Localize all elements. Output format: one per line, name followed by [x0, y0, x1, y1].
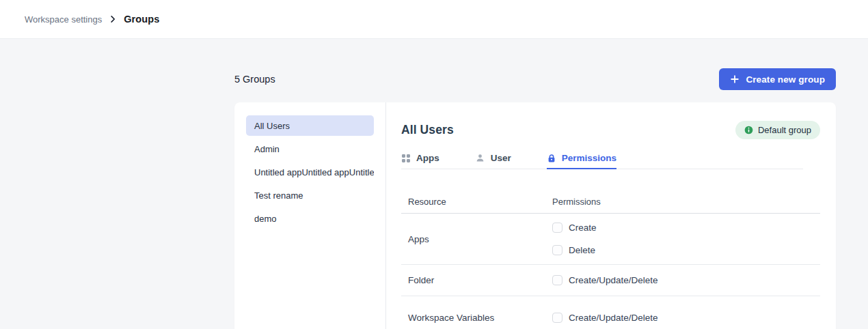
table-row-folder: Folder Create/Update/Delete	[401, 265, 820, 296]
group-list: All Users Admin Untitled appUntitled app…	[234, 102, 386, 329]
plus-icon	[730, 74, 740, 84]
group-item-all-users[interactable]: All Users	[246, 115, 374, 136]
user-icon	[475, 153, 485, 163]
tab-user-label: User	[491, 153, 511, 163]
group-item-untitled-app[interactable]: Untitled appUntitled appUntitle…	[246, 162, 374, 182]
groups-settings-screen: Workspace settings Groups 5 Groups Creat…	[0, 0, 868, 329]
create-new-group-label: Create new group	[746, 74, 825, 85]
create-new-group-button[interactable]: Create new group	[719, 68, 836, 90]
column-header-resource: Resource	[401, 197, 552, 207]
folder-cud-checkbox-label: Create/Update/Delete	[569, 275, 658, 285]
table-row-workspace-variables: Workspace Variables Create/Update/Delete	[401, 296, 820, 329]
default-group-badge: Default group	[735, 121, 820, 139]
breadcrumb: Workspace settings Groups	[25, 14, 159, 25]
tab-user[interactable]: User	[475, 153, 511, 169]
permission-option-create: Create	[552, 223, 597, 233]
create-checkbox[interactable]	[552, 223, 562, 233]
tab-permissions-label: Permissions	[562, 153, 616, 163]
group-item-demo[interactable]: demo	[246, 208, 374, 229]
permissions-table: Resource Permissions Apps Create Delete	[401, 169, 820, 329]
table-row-apps: Apps Create Delete	[401, 214, 820, 265]
resource-label: Apps	[401, 234, 552, 244]
permission-option-delete: Delete	[552, 245, 597, 255]
tab-apps-label: Apps	[416, 153, 439, 163]
top-bar: Workspace settings Groups	[0, 0, 868, 39]
tab-permissions[interactable]: Permissions	[547, 153, 616, 169]
groups-header-row: 5 Groups Create new group	[234, 68, 836, 90]
group-detail-panel: All Users Default group Apps	[386, 102, 836, 329]
wv-cud-checkbox-label: Create/Update/Delete	[569, 313, 658, 323]
permission-option-wv-cud: Create/Update/Delete	[552, 313, 658, 323]
tab-bar: Apps User Permissions	[401, 153, 803, 169]
column-header-permissions: Permissions	[552, 197, 601, 207]
tab-apps[interactable]: Apps	[401, 153, 439, 169]
folder-cud-checkbox[interactable]	[552, 275, 562, 285]
groups-count: 5 Groups	[234, 74, 275, 85]
lock-icon	[547, 154, 556, 163]
permissions-table-header: Resource Permissions	[401, 169, 820, 214]
panel-header: All Users Default group	[401, 120, 820, 139]
chevron-right-icon	[109, 15, 117, 23]
create-checkbox-label: Create	[569, 223, 597, 233]
delete-checkbox-label: Delete	[569, 245, 595, 255]
info-icon	[744, 126, 753, 134]
group-title: All Users	[401, 123, 454, 137]
default-group-label: Default group	[758, 125, 811, 135]
resource-label: Workspace Variables	[401, 313, 552, 323]
wv-cud-checkbox[interactable]	[552, 313, 562, 323]
groups-card: All Users Admin Untitled appUntitled app…	[234, 102, 836, 329]
delete-checkbox[interactable]	[552, 245, 562, 255]
group-item-admin[interactable]: Admin	[246, 139, 374, 159]
resource-label: Folder	[401, 275, 552, 285]
grid-icon	[401, 154, 411, 163]
permission-option-folder-cud: Create/Update/Delete	[552, 275, 658, 285]
breadcrumb-groups: Groups	[124, 14, 159, 25]
breadcrumb-workspace-settings[interactable]: Workspace settings	[25, 14, 102, 25]
group-item-test-rename[interactable]: Test rename	[246, 185, 374, 205]
